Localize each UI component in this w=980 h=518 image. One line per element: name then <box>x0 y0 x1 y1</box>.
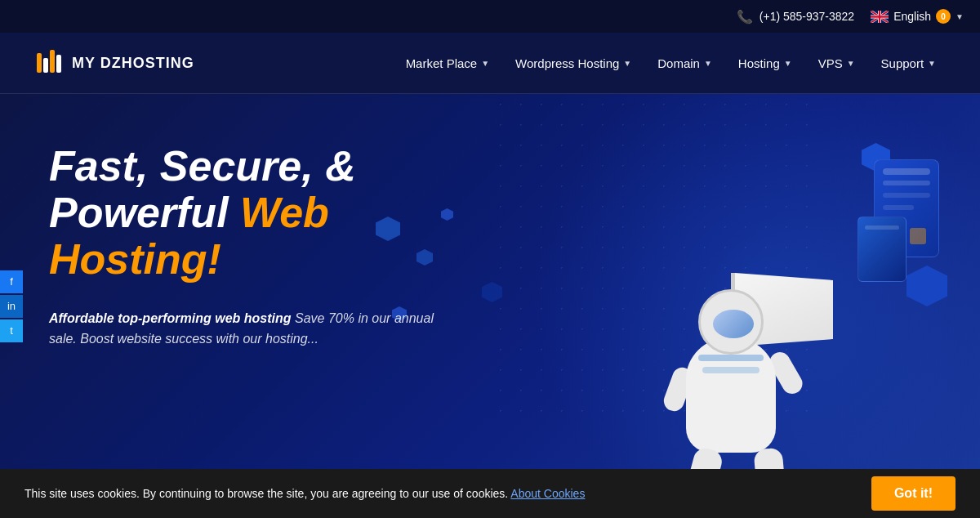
nav-support-label: Support <box>881 56 924 70</box>
hero-subtitle-bold: Affordable top-performing web hosting <box>49 311 292 325</box>
chevron-down-icon: ▼ <box>481 59 489 68</box>
hero-title: Fast, Secure, & Powerful Web Hosting! <box>49 143 457 284</box>
nav-hosting-label: Hosting <box>738 56 780 70</box>
astronaut-helmet <box>698 289 764 355</box>
header: MY DZHOSTING Market Place ▼ Wordpress Ho… <box>0 33 980 94</box>
nav-wordpress-label: Wordpress Hosting <box>515 56 619 70</box>
twitter-social-button[interactable]: t <box>0 319 23 342</box>
chevron-down-icon: ▼ <box>784 59 792 68</box>
logo-icon <box>33 47 65 79</box>
tech-hex-bottom <box>906 266 947 306</box>
phone-number: (+1) 585-937-3822 <box>760 10 854 23</box>
hero-title-line2: Powerful Web <box>49 190 457 236</box>
facebook-social-button[interactable]: f <box>0 270 23 293</box>
cookie-message: This site uses cookies. By continuing to… <box>24 487 510 500</box>
cookie-text: This site uses cookies. By continuing to… <box>24 487 855 500</box>
svg-rect-9 <box>37 53 42 73</box>
accept-cookies-button[interactable]: Got it! <box>871 476 956 511</box>
nav-support[interactable]: Support ▼ <box>870 50 947 77</box>
phone-icon: 📞 <box>737 9 753 25</box>
phone-info: 📞 (+1) 585-937-3822 <box>737 9 854 25</box>
main-nav: Market Place ▼ Wordpress Hosting ▼ Domai… <box>394 50 947 77</box>
nav-vps[interactable]: VPS ▼ <box>807 50 866 77</box>
chevron-down-icon: ▼ <box>623 59 631 68</box>
nav-wordpress-hosting[interactable]: Wordpress Hosting ▼ <box>504 50 643 77</box>
nav-hosting[interactable]: Hosting ▼ <box>727 50 804 77</box>
nav-domain[interactable]: Domain ▼ <box>646 50 724 77</box>
svg-rect-10 <box>43 58 48 73</box>
cart-badge[interactable]: 0 <box>936 9 951 24</box>
language-label: English <box>893 10 931 23</box>
hero-title-line1: Fast, Secure, & <box>49 143 457 190</box>
svg-rect-11 <box>50 50 55 73</box>
logo[interactable]: MY DZHOSTING <box>33 47 194 79</box>
svg-rect-12 <box>56 55 61 73</box>
hero-subtitle: Affordable top-performing web hosting Sa… <box>49 308 457 350</box>
chevron-down-icon: ▼ <box>928 59 936 68</box>
about-cookies-link[interactable]: About Cookies <box>510 487 585 500</box>
hero-title-line3: Hosting! <box>49 236 457 283</box>
astronaut <box>662 281 800 485</box>
top-bar: 📞 (+1) 585-937-3822 English 0 ▼ <box>0 0 980 33</box>
tech-box-secondary <box>858 217 906 282</box>
flag-icon <box>871 11 889 23</box>
chevron-down-icon: ▼ <box>847 59 855 68</box>
chevron-down-icon: ▼ <box>704 59 712 68</box>
astronaut-visor <box>713 310 754 338</box>
hero-content: Fast, Secure, & Powerful Web Hosting! Af… <box>49 143 457 350</box>
language-selector[interactable]: English 0 ▼ <box>871 9 964 24</box>
linkedin-social-button[interactable]: in <box>0 295 23 318</box>
hero-section: f in t Fast, Secure, & Powerful Web Host… <box>0 94 980 518</box>
social-sidebar: f in t <box>0 270 23 342</box>
hero-title-orange: Web <box>240 189 329 236</box>
cookie-banner: This site uses cookies. By continuing to… <box>0 469 980 518</box>
astronaut-body <box>686 338 776 453</box>
nav-marketplace-label: Market Place <box>406 56 478 70</box>
tech-panel <box>792 135 956 380</box>
nav-vps-label: VPS <box>818 56 843 70</box>
nav-domain-label: Domain <box>657 56 700 70</box>
logo-text: MY DZHOSTING <box>72 55 194 72</box>
chevron-down-icon: ▼ <box>956 12 964 21</box>
nav-marketplace[interactable]: Market Place ▼ <box>394 50 501 77</box>
